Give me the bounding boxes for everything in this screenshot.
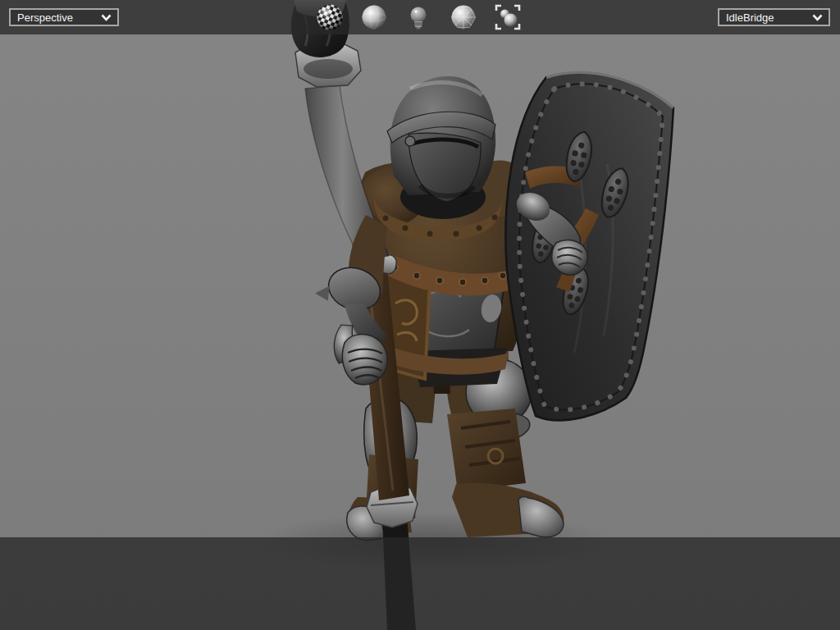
viewport-3d-model[interactable]: [0, 0, 840, 630]
textured-sphere-button[interactable]: [315, 2, 345, 32]
chevron-down-icon: [812, 14, 823, 21]
app-window: Perspective: [0, 0, 840, 630]
top-toolbar: Perspective: [0, 0, 840, 34]
faceted-sphere-button[interactable]: [449, 2, 478, 32]
animation-select[interactable]: IdleBridge: [718, 8, 830, 26]
frame-objects-button[interactable]: [493, 2, 523, 32]
faceted-sphere-icon: [449, 2, 478, 32]
camera-projection-select[interactable]: Perspective: [9, 8, 119, 26]
camera-projection-value: Perspective: [17, 11, 73, 24]
light-bulb-button[interactable]: [404, 2, 433, 32]
bottom-toolbar: Open: [0, 537, 840, 630]
shaded-sphere-icon: [359, 2, 389, 32]
frame-objects-icon: [493, 2, 523, 32]
shaded-sphere-button[interactable]: [359, 2, 389, 32]
animation-select-value: IdleBridge: [726, 11, 774, 24]
chevron-down-icon: [101, 14, 112, 21]
textured-sphere-icon: [315, 2, 345, 32]
light-bulb-icon: [404, 2, 433, 32]
